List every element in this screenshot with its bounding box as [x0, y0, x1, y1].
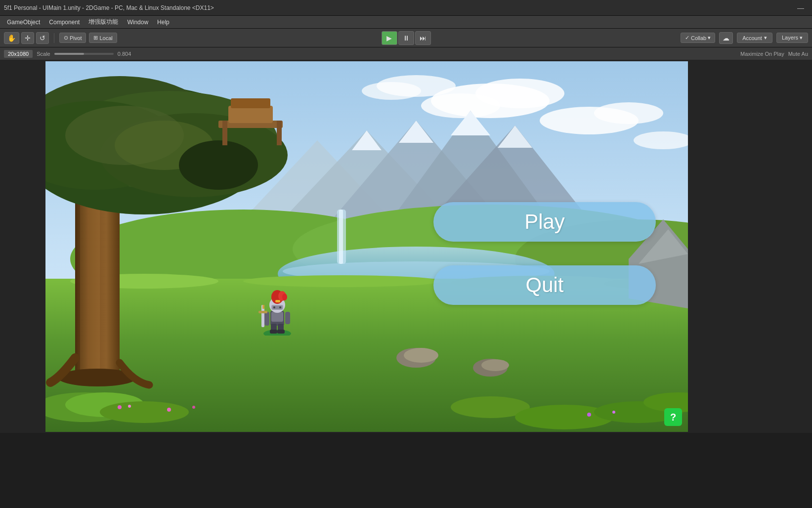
account-arrow-icon: ▾: [764, 35, 767, 41]
svg-point-3: [421, 93, 500, 118]
menu-enhanced[interactable]: 增强版功能: [85, 17, 122, 27]
toolbar-divider-1: [54, 33, 54, 43]
svg-rect-56: [231, 98, 270, 108]
scale-slider[interactable]: [54, 53, 114, 55]
layers-btn[interactable]: Layers ▾: [776, 33, 808, 43]
svg-point-32: [100, 401, 189, 423]
title-text: 5f1 Personal - UIMain 1.unity - 2DGame -…: [4, 4, 214, 11]
cloud-icon: ☁: [723, 34, 729, 42]
collab-arrow-icon: ▾: [708, 35, 711, 41]
pause-btn[interactable]: ⏸: [398, 31, 414, 45]
svg-point-39: [167, 408, 171, 412]
pivot-label: Pivot: [70, 35, 82, 41]
play-label: Play: [524, 210, 565, 234]
collab-btn[interactable]: ✓ Collab ▾: [681, 33, 715, 43]
account-btn[interactable]: Account ▾: [737, 33, 772, 43]
rotate-tool-btn[interactable]: ↺: [36, 32, 49, 44]
pause-icon: ⏸: [403, 34, 410, 42]
svg-rect-24: [339, 210, 343, 264]
svg-point-7: [377, 75, 456, 97]
svg-point-84: [273, 306, 275, 308]
menu-help[interactable]: Help: [153, 18, 173, 27]
game-canvas: Play Quit ?: [45, 61, 688, 432]
move-tool-btn[interactable]: ✛: [21, 32, 34, 44]
cloud-btn[interactable]: ☁: [719, 32, 733, 44]
svg-point-5: [594, 102, 663, 124]
menu-component[interactable]: Component: [45, 18, 84, 27]
resolution-display[interactable]: 20x1080: [4, 50, 33, 58]
layers-arrow-icon: ▾: [800, 35, 803, 41]
toolbar: ✋ ✛ ↺ ⊙ Pivot ⊞ Local ▶ ⏸ ⏭ ✓ Collab ▾ ☁: [0, 29, 812, 47]
tools-group: ✋ ✛ ↺: [4, 32, 49, 44]
quit-game-btn[interactable]: Quit: [433, 265, 656, 305]
scene-background: [45, 61, 688, 432]
svg-point-62: [481, 359, 509, 371]
menu-bar: GameObject Component 增强版功能 Window Help: [0, 16, 812, 29]
help-icon: ?: [670, 412, 676, 423]
svg-rect-82: [275, 300, 280, 302]
maximize-on-play-btn[interactable]: Maximize On Play: [740, 51, 784, 57]
svg-point-85: [279, 306, 281, 308]
svg-point-37: [118, 405, 122, 409]
svg-point-65: [263, 330, 291, 336]
svg-rect-70: [270, 330, 277, 334]
pivot-btn[interactable]: ⊙ Pivot: [59, 33, 86, 43]
pivot-icon: ⊙: [64, 35, 68, 41]
step-btn[interactable]: ⏭: [415, 31, 431, 45]
local-icon: ⊞: [93, 35, 98, 41]
play-icon: ▶: [386, 34, 392, 42]
game-view-bar: 20x1080 Scale 0.804 Maximize On Play Mut…: [0, 47, 812, 60]
quit-label: Quit: [525, 273, 563, 297]
help-btn[interactable]: ?: [664, 408, 682, 426]
svg-point-41: [587, 413, 591, 417]
svg-point-81: [282, 294, 287, 300]
svg-rect-72: [264, 312, 269, 326]
playmode-controls: ▶ ⏸ ⏭: [382, 31, 431, 45]
step-icon: ⏭: [420, 34, 427, 42]
scale-fill: [54, 53, 84, 55]
svg-point-40: [192, 406, 195, 409]
svg-rect-75: [262, 305, 264, 309]
svg-point-27: [243, 275, 441, 287]
svg-point-53: [179, 140, 258, 190]
title-bar: 5f1 Personal - UIMain 1.unity - 2DGame -…: [0, 0, 812, 16]
menu-gameobject[interactable]: GameObject: [3, 18, 44, 27]
play-btn[interactable]: ▶: [382, 31, 397, 45]
svg-point-42: [612, 411, 615, 414]
svg-point-38: [128, 405, 131, 408]
svg-rect-67: [271, 312, 283, 322]
svg-rect-76: [285, 312, 290, 324]
svg-rect-57: [222, 121, 227, 145]
right-toolbar: ✓ Collab ▾ ☁ Account ▾ Layers ▾: [681, 32, 808, 44]
account-label: Account: [742, 35, 762, 41]
menu-window[interactable]: Window: [123, 18, 152, 27]
collab-label: Collab: [691, 35, 706, 41]
mute-audio-btn[interactable]: Mute Au: [788, 51, 808, 57]
svg-rect-58: [277, 121, 282, 145]
local-label: Local: [99, 35, 112, 41]
character-sprite: [257, 286, 297, 336]
local-btn[interactable]: ⊞ Local: [89, 33, 117, 43]
hand-tool-btn[interactable]: ✋: [4, 32, 19, 44]
svg-point-60: [404, 348, 438, 363]
svg-rect-55: [228, 106, 273, 123]
layers-label: Layers: [782, 35, 798, 41]
collab-check-icon: ✓: [685, 35, 689, 41]
minimize-icon[interactable]: —: [793, 4, 808, 12]
scale-label: Scale: [37, 51, 50, 57]
scale-value: 0.804: [118, 51, 131, 57]
svg-rect-74: [258, 311, 267, 313]
play-game-btn[interactable]: Play: [433, 202, 656, 242]
svg-rect-71: [277, 330, 285, 334]
